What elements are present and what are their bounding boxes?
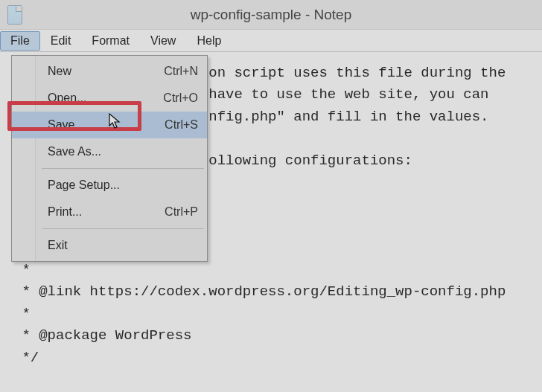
menu-edit[interactable]: Edit [40,31,82,51]
menu-item-label: Print... [48,205,82,219]
menu-item-label: Open... [48,91,86,105]
menu-item-page-setup[interactable]: Page Setup... [12,172,207,199]
menu-separator [42,168,204,169]
menu-view[interactable]: View [140,31,186,51]
window-title: wp-config-sample - Notep [0,7,542,23]
file-menu-dropdown: New Ctrl+N Open... Ctrl+O Save Ctrl+S Sa… [11,55,208,262]
menu-item-label: Exit [48,239,68,252]
menu-item-label: New [48,65,71,78]
menu-item-open[interactable]: Open... Ctrl+O [12,85,207,112]
menu-item-save[interactable]: Save Ctrl+S [12,112,207,138]
notepad-app-icon [7,5,22,25]
menubar: File Edit Format View Help [0,30,542,52]
menu-item-print[interactable]: Print... Ctrl+P [12,199,207,225]
menu-item-label: Save [48,118,74,132]
menu-file[interactable]: File [0,31,40,51]
menu-item-label: Page Setup... [48,179,120,192]
menu-item-label: Save As... [48,145,101,158]
menu-item-shortcut: Ctrl+O [163,91,198,105]
menu-item-shortcut: Ctrl+N [164,65,198,78]
titlebar: wp-config-sample - Notep [0,0,542,30]
menu-format[interactable]: Format [81,31,140,51]
menu-item-new[interactable]: New Ctrl+N [12,58,207,85]
menu-item-save-as[interactable]: Save As... [12,138,207,165]
menu-item-shortcut: Ctrl+S [165,118,198,132]
menu-item-exit[interactable]: Exit [12,232,207,259]
menu-item-shortcut: Ctrl+P [165,205,198,219]
menu-help[interactable]: Help [186,31,232,51]
menu-separator [42,228,204,229]
